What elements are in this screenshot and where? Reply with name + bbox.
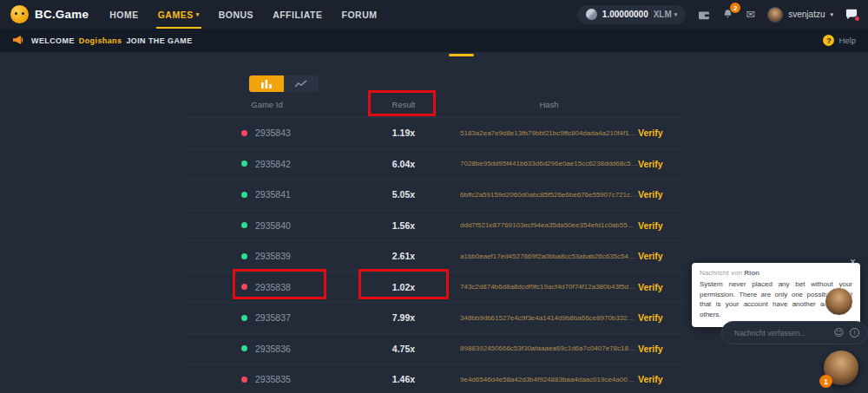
chevron-down-icon: ▾ [674,11,678,17]
status-dot [241,130,247,136]
table-row: 2935840 1.56x ddd7f521e87769103ecf94ea35… [187,210,686,241]
coin-icon [586,9,597,20]
hash-value: 6bffc2a59159d2060d0abc85f526e6be676e5590… [460,191,638,199]
balance-selector[interactable]: 1.00000000 XLM ▾ [577,5,686,24]
game-history-table: Game Id Result Hash 2935843 1.19x 5183a2… [187,91,686,393]
logo-icon [10,5,29,23]
table-row: 2935836 4.75x 8988392450666c53f30afaaaea… [187,333,686,364]
hash-value: 8988392450666c53f30afaaaea69c1d6a7c0407e… [460,344,638,352]
verify-link[interactable]: Verify [638,344,686,354]
verify-link[interactable]: Verify [638,282,686,292]
wallet-icon[interactable] [698,10,710,20]
verify-link[interactable]: Verify [638,374,686,384]
verify-link[interactable]: Verify [638,128,686,138]
welcome-username: Dogishans [79,36,122,45]
chat-icon[interactable] [845,9,858,20]
game-id: 2935839 [255,251,291,261]
view-toggle-group [249,75,319,92]
annotation-box [358,269,449,299]
nav-games[interactable]: GAMES ▾ [158,0,200,29]
currency-dropdown[interactable]: XLM ▾ [654,10,678,19]
verify-link[interactable]: Verify [638,312,686,323]
close-icon[interactable]: × [850,257,856,267]
hash-value: 348bb9db61527e4c9f3e4a1414d9b8ba66ce8970… [460,314,638,322]
result-value: 2.61x [347,251,460,261]
annotation-box [368,90,436,116]
verify-link[interactable]: Verify [638,251,686,261]
game-id: 2935835 [255,374,291,384]
unread-count-badge: 1 [819,375,832,388]
main-menu: HOME GAMES ▾ BONUS AFFILIATE FORUM [109,0,377,29]
result-value: 4.75x [347,344,460,354]
table-row: 2935842 6.04x 7028be95dd95f441b633d6d296… [187,148,686,180]
balance-amount: 1.00000000 [602,10,648,19]
result-value: 1.46x [347,374,460,384]
hash-value: a1bb0eaef17ed4527669f2a0bba8cc53abab26c6… [460,252,638,260]
currency-label: XLM [654,10,672,19]
chevron-down-icon: ▾ [196,11,200,17]
table-row: 2935837 7.99x 348bb9db61527e4c9f3e4a1414… [187,302,686,333]
game-id: 2935837 [255,312,291,323]
result-value: 5.05x [347,189,460,200]
chevron-down-icon: ▾ [830,11,833,17]
main-content: Game Id Result Hash 2935843 1.19x 5183a2… [0,52,868,393]
megaphone-icon [12,33,23,49]
hash-value: 7028be95dd95f441b633d6d296e0ae15cc6238dd… [460,160,638,167]
annotation-box [233,269,326,299]
logo-text: BC.Game [35,8,89,21]
logo[interactable]: BC.Game [10,5,89,23]
nav-bonus[interactable]: BONUS [219,0,253,29]
trend-view-button[interactable] [284,75,319,92]
help-button[interactable]: ? Help [823,35,856,46]
chat-message-meta: Nachricht von Rion [700,269,852,277]
result-value: 1.19x [347,128,460,138]
status-dot [241,315,247,321]
table-row: 2935839 2.61x a1bb0eaef17ed4527669f2a0bb… [187,240,686,272]
status-dot [241,377,247,383]
hash-value: 743c2d874b6d8a8dcdf9fc19acf4d70f74f12a38… [460,283,638,291]
list-view-button[interactable] [249,75,284,92]
nav-home[interactable]: HOME [109,0,139,29]
status-dot [241,222,247,228]
header-game-id: Game Id [187,100,347,109]
hash-value: ddd7f521e87769103ecf94ea35da50ee354efd1c… [460,221,638,229]
user-menu[interactable]: svenjatzu ▾ [767,7,833,23]
active-tab-indicator [449,54,474,56]
alert-icon[interactable]: ! [850,328,859,337]
welcome-message: WELCOME Dogishans JOIN THE GAME [31,36,193,45]
verify-link[interactable]: Verify [638,189,686,200]
top-navbar: BC.Game HOME GAMES ▾ BONUS AFFILIATE FOR… [0,0,868,29]
result-value: 6.04x [347,159,460,169]
status-dot [241,192,247,198]
table-row: 2935835 1.46x 9e4d6546d4e58a42d3b4f92488… [187,364,686,393]
status-dot [241,160,247,167]
nav-affiliate[interactable]: AFFILIATE [273,0,322,29]
verify-link[interactable]: Verify [638,220,686,231]
game-id: 2935842 [255,159,291,169]
chat-notification-dot [854,16,860,22]
verify-link[interactable]: Verify [638,159,686,169]
nav-forum[interactable]: FORUM [342,0,378,29]
bell-icon[interactable]: 2 [722,9,733,20]
table-row: 2935841 5.05x 6bffc2a59159d2060d0abc85f5… [187,179,686,210]
hash-value: 5183a2ea7e9d8e13fb79bbf21bc9ffc804dada4a… [460,129,638,137]
status-dot [241,253,247,259]
mail-icon[interactable]: ✉ [746,9,755,20]
emoji-icon[interactable]: ☺ [834,328,844,337]
result-value: 1.56x [347,220,460,231]
username: svenjatzu [788,10,825,19]
chat-message-input[interactable] [733,328,828,338]
announcement-bar: WELCOME Dogishans JOIN THE GAME ? Help [0,29,868,52]
status-dot [241,345,247,351]
nav-games-label: GAMES [158,10,194,20]
chat-sender-avatar [825,287,853,316]
game-id: 2935841 [255,189,291,200]
notification-badge: 2 [730,3,740,13]
table-header-row: Game Id Result Hash [187,91,686,117]
game-id: 2935836 [255,344,291,354]
header-hash: Hash [460,100,638,109]
help-label: Help [838,36,856,45]
table-row: 2935843 1.19x 5183a2ea7e9d8e13fb79bbf21b… [187,117,686,148]
question-icon: ? [823,35,834,46]
user-avatar [767,7,783,23]
